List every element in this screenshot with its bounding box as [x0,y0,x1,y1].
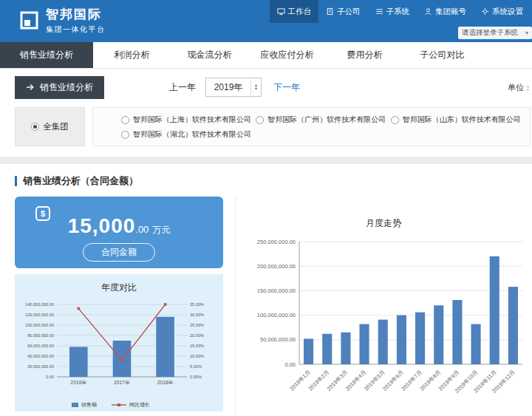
group-all-label: 全集团 [43,121,69,132]
filter-group-all[interactable]: 全集团 [15,107,85,146]
person-icon [424,7,432,16]
analysis-tabbar: 销售业绩分析 利润分析 现金流分析 应收应付分析 费用分析 子公司对比 [0,42,532,69]
svg-text:10.00%: 10.00% [190,354,204,358]
nav-item-subsidiary[interactable]: 子公司 [318,0,368,23]
svg-text:0.00%: 0.00% [190,375,202,379]
brand: 智邦国际 集团一体化平台 [19,6,106,35]
svg-text:120,000,000.00: 120,000,000.00 [25,313,54,317]
section-head: 销售业绩分析（合同金额） [15,174,526,188]
svg-text:20.00%: 20.00% [190,333,204,338]
prev-year-button[interactable]: 上一年 [169,81,196,94]
kpi-unit: 万元 [152,225,170,235]
company-label: 智邦国际（上海）软件技术有限公司 [133,115,251,125]
tab-expense[interactable]: 费用分析 [326,42,403,68]
top-nav: 工作台 子公司 子系统 集团账号 系统设置 [270,0,531,23]
svg-text:100,000,000.00: 100,000,000.00 [257,312,296,318]
contract-amount-button[interactable]: 合同金额 [83,243,155,262]
nav-label: 集团账号 [435,7,466,17]
svg-text:250,000,000.00: 250,000,000.00 [257,239,296,245]
svg-text:35.00%: 35.00% [190,302,204,307]
tab-profit[interactable]: 利润分析 [93,42,171,68]
brand-text: 智邦国际 集团一体化平台 [46,6,106,35]
svg-text:0.00: 0.00 [46,375,54,379]
svg-text:15.00%: 15.00% [190,344,204,348]
subsystem-select-value: 请选择登录子系统 [462,28,518,38]
svg-text:50,000,000.00: 50,000,000.00 [260,336,296,343]
tab-cashflow[interactable]: 现金流分析 [171,42,248,68]
kpi-value-main: 15,000 [68,214,136,237]
right-column: 月度走势 0.0050,000,000.00100,000,000.00150,… [235,197,528,416]
nav-item-group-account[interactable]: 集团账号 [417,0,474,23]
radio-company[interactable] [121,131,129,139]
filter-company-shanghai[interactable]: 智邦国际（上海）软件技术有限公司 [121,115,256,125]
svg-text:2018年: 2018年 [157,380,174,385]
nav-label: 子公司 [337,7,361,17]
arrow-right-icon [26,83,35,91]
app-logo-icon [19,10,39,30]
svg-text:5.00%: 5.00% [190,364,202,369]
tab-sales-performance[interactable]: 销售业绩分析 [0,42,93,68]
currency-icon: $ [35,206,50,221]
monthly-trend-chart: 0.0050,000,000.00100,000,000.00150,000,0… [239,233,528,416]
nav-label: 子系统 [386,7,410,17]
radio-group-all[interactable] [31,123,39,131]
tab-subsidiary-compare[interactable]: 子公司对比 [403,42,481,68]
tab-receivables-payables[interactable]: 应收应付分析 [248,42,326,68]
filter-company-box: 智邦国际（上海）软件技术有限公司 智邦国际（广州）软件技术有限公司 智邦国际（山… [92,107,531,146]
brand-subtitle: 集团一体化平台 [46,24,106,35]
section-title: 销售业绩分析（合同金额） [23,174,138,188]
workbench-icon [277,7,285,16]
filter-company-guangzhou[interactable]: 智邦国际（广州）软件技术有限公司 [256,115,390,125]
unit-label: 单位： [508,82,532,93]
filter-company-hubei[interactable]: 智邦国际（湖北）软件技术有限公司 [121,129,256,140]
subsystem-select[interactable]: 请选择登录子系统 ▾ [458,27,532,39]
year-select-value: 2019年 [206,81,250,94]
svg-text:2016年: 2016年 [70,380,86,385]
svg-text:同比增长: 同比增长 [129,402,150,408]
gear-icon [481,7,489,16]
kpi-value-decimal: .00 [135,224,149,235]
company-icon [326,7,334,16]
main-panel: 销售业绩分析（合同金额） $ 15,000.00万元 合同金额 年度对比 0.0… [0,164,532,416]
svg-text:200,000,000.00: 200,000,000.00 [257,263,296,270]
company-label: 智邦国际（山东）软件技术有限公司 [403,115,521,125]
yearly-comparison-chart: 0.0020,000,000.0040,000,000.0060,000,000… [21,294,216,414]
brand-title: 智邦国际 [46,6,106,23]
nav-item-workbench[interactable]: 工作台 [270,0,319,23]
yearly-comparison-card: 年度对比 0.0020,000,000.0040,000,000.0060,00… [15,274,223,412]
chevron-down-icon: ▾ [525,30,528,36]
filter-company-shandong[interactable]: 智邦国际（山东）软件技术有限公司 [391,115,525,125]
svg-text:30.00%: 30.00% [190,313,204,317]
svg-text:100,000,000.00: 100,000,000.00 [25,323,54,327]
year-spinner[interactable]: ▲ ▼ [250,78,261,96]
svg-text:25.00%: 25.00% [190,323,204,327]
radio-company[interactable] [391,116,399,124]
radio-company[interactable] [256,116,264,124]
company-label: 智邦国际（湖北）软件技术有限公司 [133,129,251,140]
nav-label: 工作台 [288,7,312,17]
next-year-button[interactable]: 下一年 [273,81,300,94]
radio-company[interactable] [121,116,129,124]
content-grid: $ 15,000.00万元 合同金额 年度对比 0.0020,000,000.0… [15,197,526,416]
accent-bar [15,176,17,186]
svg-text:0.00: 0.00 [284,361,296,368]
section-badge-label: 销售业绩分析 [40,81,93,94]
contract-amount-kpi-card: $ 15,000.00万元 合同金额 [15,197,223,268]
monthly-chart-title: 月度走势 [239,217,528,230]
svg-text:60,000,000.00: 60,000,000.00 [27,344,54,348]
nav-item-settings[interactable]: 系统设置 [474,0,531,23]
company-label: 智邦国际（广州）软件技术有限公司 [267,115,386,125]
spinner-down-icon[interactable]: ▼ [254,87,258,91]
year-select[interactable]: 2019年 ▲ ▼ [205,78,262,97]
svg-text:2017年: 2017年 [114,380,130,385]
nav-item-subsystem[interactable]: 子系统 [368,0,417,23]
svg-text:140,000,000.00: 140,000,000.00 [25,302,54,307]
svg-text:销售额: 销售额 [81,402,98,407]
yearly-chart-title: 年度对比 [15,282,223,294]
nav-label: 系统设置 [492,7,523,17]
list-icon [375,7,383,16]
controls-row: 销售业绩分析 上一年 2019年 ▲ ▼ 下一年 单位： [0,69,532,106]
svg-text:80,000,000.00: 80,000,000.00 [27,333,54,338]
svg-text:40,000,000.00: 40,000,000.00 [27,354,54,358]
filter-row: 全集团 智邦国际（上海）软件技术有限公司 智邦国际（广州）软件技术有限公司 智邦… [0,106,532,157]
